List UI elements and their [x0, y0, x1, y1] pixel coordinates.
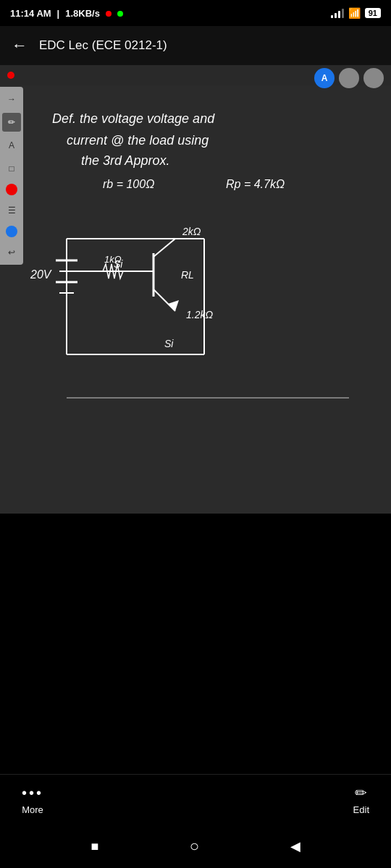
tool-grid[interactable]: ☰ [2, 201, 21, 220]
svg-text:RL: RL [181, 269, 194, 281]
whiteboard: A → ✏ A □ ☰ ↩ Def. the voltage voltage a… [0, 65, 391, 514]
wifi-icon: 📶 [348, 7, 361, 19]
tool-circle-blue[interactable] [6, 226, 17, 237]
avatar-2 [339, 68, 359, 88]
more-label: More [22, 804, 43, 815]
avatar-1: A [314, 68, 335, 88]
avatar-3 [363, 68, 384, 88]
tool-undo[interactable]: ↩ [2, 243, 21, 262]
handwriting-content: Def. the voltage voltage and current @ t… [23, 87, 391, 514]
signal-icon [331, 8, 344, 18]
green-dot [117, 8, 123, 19]
header-title: EDC Lec (ECE 0212-1) [39, 38, 167, 53]
live-indicator [7, 72, 14, 79]
tool-arrow[interactable]: → [2, 90, 21, 109]
record-dot [106, 8, 112, 19]
bottom-toolbar: ••• More ✏ Edit [0, 774, 391, 825]
text-line2: current @ the load using [67, 133, 209, 148]
nav-square[interactable]: ■ [91, 839, 98, 854]
status-divider: | [57, 8, 60, 19]
nav-circle[interactable]: ○ [190, 837, 199, 856]
more-button[interactable]: ••• More [22, 785, 43, 815]
back-button[interactable]: ← [12, 36, 28, 55]
android-nav-bar: ■ ○ ◀ [0, 825, 391, 868]
svg-line-11 [154, 239, 175, 257]
status-icons: 📶 91 [331, 7, 381, 19]
lecture-svg: Def. the voltage voltage and current @ t… [23, 87, 391, 514]
svg-text:1.2kΩ: 1.2kΩ [186, 309, 213, 320]
svg-text:1kΩ: 1kΩ [104, 254, 122, 265]
svg-text:Si: Si [164, 338, 174, 349]
text-rp: Rp = 4.7kΩ [226, 178, 285, 190]
network-speed: 1.8KB/s [65, 8, 100, 19]
lecture-content-area: A → ✏ A □ ☰ ↩ Def. the voltage voltage a… [0, 65, 391, 514]
status-bar: 11:14 AM | 1.8KB/s 📶 91 [0, 0, 391, 26]
app-header: ← EDC Lec (ECE 0212-1) [0, 26, 391, 65]
status-time: 11:14 AM [10, 8, 51, 19]
more-icon: ••• [22, 785, 43, 801]
edit-button[interactable]: ✏ Edit [353, 784, 369, 815]
text-line1: Def. the voltage voltage and [52, 111, 215, 126]
text-rb: rb = 100Ω [103, 178, 154, 190]
svg-text:2kΩ: 2kΩ [182, 226, 201, 237]
edit-icon: ✏ [355, 784, 367, 801]
tool-pen[interactable]: ✏ [2, 113, 21, 132]
text-line3: the 3rd Approx. [81, 153, 169, 168]
tool-text[interactable]: A [2, 136, 21, 155]
nav-back[interactable]: ◀ [290, 838, 300, 854]
tool-shapes[interactable]: □ [2, 159, 21, 178]
svg-text:20V: 20V [30, 268, 52, 281]
avatar-row: A [314, 68, 384, 88]
tool-color-red[interactable] [6, 184, 17, 195]
battery-indicator: 91 [365, 8, 381, 18]
drawing-toolbar[interactable]: → ✏ A □ ☰ ↩ [0, 87, 23, 265]
edit-label: Edit [353, 804, 369, 815]
